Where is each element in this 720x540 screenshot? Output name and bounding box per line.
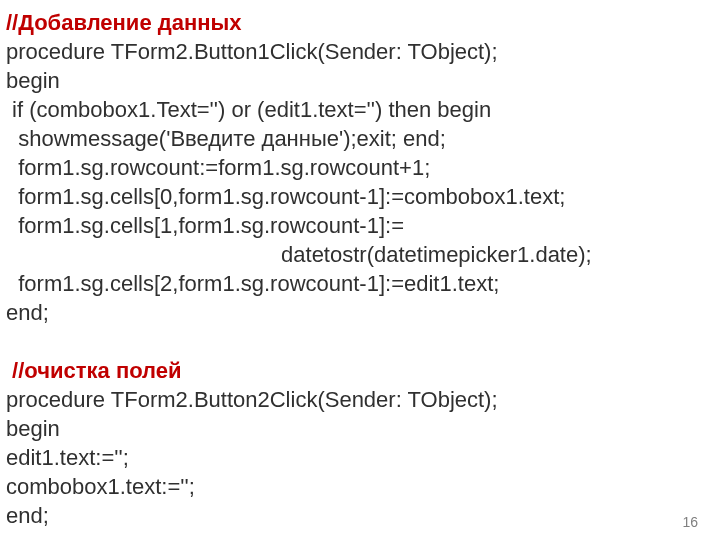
code-line: end;	[6, 501, 714, 530]
code-text: combobox1.text:='';	[6, 474, 195, 499]
code-block: //Добавление данныхprocedure TForm2.Butt…	[0, 0, 720, 536]
code-text: form1.sg.rowcount:=form1.sg.rowcount+1;	[6, 155, 430, 180]
page-number: 16	[682, 514, 698, 530]
code-line: showmessage('Введите данные');exit; end;	[6, 124, 714, 153]
code-line: edit1.text:='';	[6, 443, 714, 472]
code-line: datetostr(datetimepicker1.date);	[6, 240, 714, 269]
code-text: end;	[6, 503, 49, 528]
code-line: form1.sg.cells[2,form1.sg.rowcount-1]:=e…	[6, 269, 714, 298]
comment-text: //очистка полей	[6, 358, 182, 383]
code-text: if (combobox1.Text='') or (edit1.text=''…	[6, 97, 491, 122]
code-line: form1.sg.rowcount:=form1.sg.rowcount+1;	[6, 153, 714, 182]
code-text: procedure TForm2.Button2Click(Sender: TO…	[6, 387, 498, 412]
code-line: end;	[6, 298, 714, 327]
code-line: begin	[6, 414, 714, 443]
code-text: begin	[6, 416, 60, 441]
code-line: //очистка полей	[6, 356, 714, 385]
code-line: combobox1.text:='';	[6, 472, 714, 501]
code-line: procedure TForm2.Button2Click(Sender: TO…	[6, 385, 714, 414]
code-text: form1.sg.cells[1,form1.sg.rowcount-1]:=	[6, 213, 404, 238]
code-text: datetostr(datetimepicker1.date);	[6, 242, 592, 267]
code-line: begin	[6, 66, 714, 95]
code-line: procedure TForm2.Button1Click(Sender: TO…	[6, 37, 714, 66]
code-line	[6, 327, 714, 356]
code-text: edit1.text:='';	[6, 445, 129, 470]
code-text: form1.sg.cells[0,form1.sg.rowcount-1]:=c…	[6, 184, 565, 209]
code-text: begin	[6, 68, 60, 93]
code-line: form1.sg.cells[0,form1.sg.rowcount-1]:=c…	[6, 182, 714, 211]
code-text	[6, 329, 12, 354]
code-text: procedure TForm2.Button1Click(Sender: TO…	[6, 39, 498, 64]
comment-text: //Добавление данных	[6, 10, 242, 35]
code-text: form1.sg.cells[2,form1.sg.rowcount-1]:=e…	[6, 271, 499, 296]
code-line: //Добавление данных	[6, 8, 714, 37]
code-text: end;	[6, 300, 49, 325]
code-line: form1.sg.cells[1,form1.sg.rowcount-1]:=	[6, 211, 714, 240]
code-line: if (combobox1.Text='') or (edit1.text=''…	[6, 95, 714, 124]
code-text: showmessage('Введите данные');exit; end;	[6, 126, 446, 151]
